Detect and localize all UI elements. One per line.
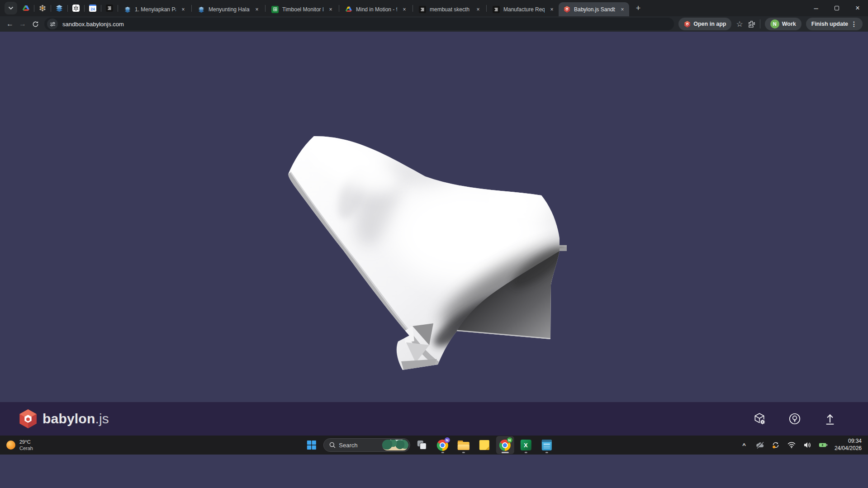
bookmark-star-icon[interactable]: ☆ [736, 19, 743, 29]
forward-button[interactable]: → [16, 18, 29, 30]
sandbox-footer-bar: babylon.js [0, 402, 868, 436]
tab-close-button[interactable]: × [548, 6, 555, 13]
site-settings-icon[interactable] [47, 19, 58, 29]
weather-widget[interactable]: 29°C Cerah [0, 439, 33, 452]
blue-cube-icon [198, 6, 205, 13]
system-tray: ^ [740, 438, 868, 452]
taskbar-file-explorer[interactable] [454, 436, 472, 454]
letter-e-icon [106, 5, 113, 12]
tab-menyiapkan-parsel[interactable]: 1. Menyiapkan Parsel R × [119, 2, 190, 16]
back-button[interactable]: ← [4, 18, 16, 30]
3d-model-mesh[interactable] [285, 132, 574, 374]
windows-taskbar: 29°C Cerah Search N [0, 436, 868, 455]
tab-close-button[interactable]: × [327, 6, 334, 13]
tab-separator [265, 5, 266, 12]
tab-separator [34, 5, 34, 12]
letter-e-icon [493, 6, 500, 13]
hidden-icons-button[interactable]: ^ [740, 441, 749, 450]
onedrive-paused-icon[interactable] [755, 441, 764, 450]
battery-charging-icon[interactable] [819, 441, 828, 450]
tab-search-button[interactable] [5, 2, 17, 14]
google-sheets-icon [271, 6, 279, 13]
windows-logo-icon [306, 440, 316, 450]
close-window-button[interactable]: × [847, 0, 868, 16]
task-view-icon [417, 441, 426, 450]
babylon-logo-icon [563, 6, 570, 13]
url-text: sandbox.babylonjs.com [62, 21, 124, 28]
new-tab-button[interactable]: + [632, 2, 645, 14]
taskbar-excel[interactable]: X [517, 436, 535, 454]
weather-condition: Cerah [19, 445, 33, 451]
tab-mind-in-motion[interactable]: Mind in Motion - 95x69 × [341, 2, 411, 16]
tab-menyunting-halaman[interactable]: Menyunting Halaman C × [193, 2, 264, 16]
pinned-tab-calendar[interactable]: 24 [86, 1, 100, 15]
minimize-button[interactable]: ─ [806, 0, 826, 16]
open-in-app-button[interactable]: Open in app [678, 18, 731, 30]
babylon-logo-icon [18, 409, 38, 429]
chatgpt-icon [72, 5, 80, 12]
tab-close-button[interactable]: × [619, 6, 626, 13]
finish-update-button[interactable]: Finish update ⋮ [806, 18, 863, 30]
tab-separator [339, 5, 339, 12]
pinned-tab-letter-e[interactable] [103, 1, 116, 15]
upload-button[interactable] [823, 412, 837, 426]
more-menu-icon[interactable]: ⋮ [851, 20, 857, 28]
tab-close-button[interactable]: × [253, 6, 261, 13]
environment-button[interactable] [787, 412, 802, 426]
sync-update-icon[interactable] [771, 441, 780, 450]
sandbox-toolbar [752, 412, 850, 426]
google-drive-icon [22, 5, 29, 12]
upload-arrow-icon [823, 412, 837, 426]
reload-icon [32, 21, 39, 28]
clock-date: 24/04/2026 [835, 445, 862, 452]
search-highlight-image[interactable] [382, 440, 408, 450]
reload-button[interactable] [29, 18, 42, 30]
window-controls: ─ × [806, 0, 868, 16]
pinned-tab-chatgpt[interactable] [69, 1, 83, 15]
tab-title: Timboel Monitor Lizard [282, 6, 323, 13]
taskbar-chrome-profile-1[interactable]: N [433, 436, 451, 454]
tab-close-button[interactable]: × [401, 6, 408, 13]
taskbar-sticky-notes[interactable] [475, 436, 493, 454]
task-view-button[interactable] [413, 436, 431, 454]
pinned-tab-google-drive[interactable] [19, 1, 33, 15]
google-drive-icon [345, 6, 352, 13]
taskbar-clock[interactable]: 09:34 24/04/2026 [835, 438, 862, 452]
tab-close-button[interactable]: × [180, 6, 187, 13]
tab-title: Manufacture Request fo [503, 6, 545, 13]
pinned-tab-blue-cube[interactable] [52, 1, 66, 15]
chevron-down-icon [8, 6, 14, 10]
sticky-note-icon [479, 440, 489, 450]
extensions-button[interactable] [748, 20, 755, 28]
taskbar-search[interactable]: Search [323, 438, 410, 452]
toolbar-separator [760, 19, 760, 28]
inspector-button[interactable] [752, 412, 767, 426]
tab-babylon-sandbox[interactable]: Babylon.js Sandbox - TC × [559, 2, 629, 16]
tab-separator [118, 5, 118, 12]
tab-timboel-monitor[interactable]: Timboel Monitor Lizard × [267, 2, 337, 16]
maximize-button[interactable] [826, 0, 847, 16]
babylon-brand: babylon.js [18, 409, 109, 429]
tab-separator [486, 5, 487, 12]
taskbar-chrome-profile-2-active[interactable]: N [496, 436, 514, 454]
tab-membuat-skecth[interactable]: membuat skecth ulang × [414, 2, 485, 16]
start-button[interactable] [302, 436, 320, 454]
tab-title: membuat skecth ulang [430, 6, 471, 13]
toolbar-actions: Open in app ☆ N Work Finish update ⋮ [678, 18, 864, 30]
profile-label: Work [782, 21, 796, 27]
taskbar-notepad[interactable] [537, 436, 555, 454]
wifi-icon[interactable] [787, 441, 796, 450]
puzzle-icon [748, 20, 755, 28]
blue-cube-icon [56, 5, 63, 12]
tab-title: Mind in Motion - 95x69 [356, 6, 397, 13]
search-icon [329, 442, 335, 448]
profile-avatar: N [770, 19, 779, 28]
tab-close-button[interactable]: × [474, 6, 482, 13]
babylon-sandbox-viewport[interactable]: babylon.js [0, 32, 868, 436]
profile-button[interactable]: N Work [765, 18, 802, 30]
address-bar[interactable]: sandbox.babylonjs.com [44, 18, 674, 30]
volume-icon[interactable] [803, 441, 812, 450]
pinned-tab-flower[interactable] [36, 1, 49, 15]
profile-badge: N [507, 437, 512, 443]
tab-manufacture-request[interactable]: Manufacture Request fo × [488, 2, 559, 16]
